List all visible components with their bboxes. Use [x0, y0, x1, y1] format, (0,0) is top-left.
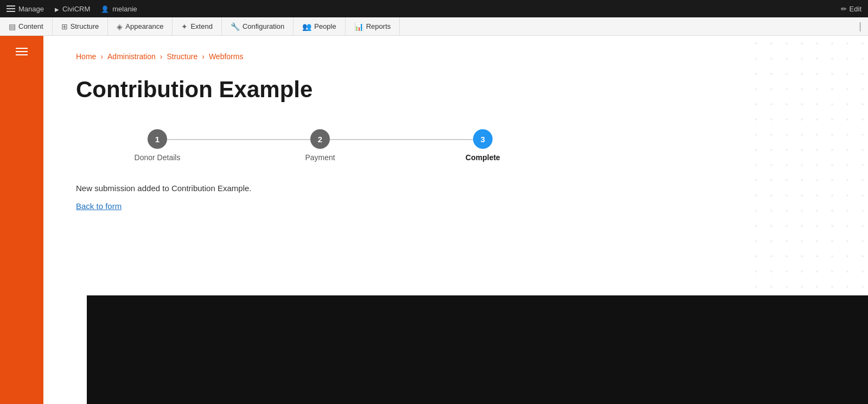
breadcrumb-administration[interactable]: Administration: [107, 52, 156, 61]
steps-container: 1 Donor Details 2 Payment 3 Complete: [76, 129, 564, 162]
user-account-icon: [101, 5, 109, 13]
nav-structure[interactable]: ⊞ Structure: [53, 17, 108, 35]
breadcrumb-home[interactable]: Home: [76, 52, 96, 61]
drupal-nav: ▤ Content ⊞ Structure ◈ Appearance ✦ Ext…: [0, 17, 868, 36]
back-to-form-link[interactable]: Back to form: [76, 201, 122, 211]
manage-label: Manage: [18, 5, 44, 13]
civicrm-menu[interactable]: CiviCRM: [55, 5, 90, 13]
admin-bar-left: Manage CiviCRM melanie: [7, 5, 137, 13]
step-1-circle: 1: [148, 129, 167, 149]
structure-icon: ⊞: [61, 22, 68, 31]
footer-black-area: [87, 295, 868, 404]
step-3: 3 Complete: [401, 129, 564, 162]
nav-extend-label: Extend: [190, 22, 212, 30]
nav-extend[interactable]: ✦ Extend: [173, 17, 221, 35]
nav-reports-label: Reports: [366, 22, 391, 30]
edit-button[interactable]: Edit: [841, 5, 861, 13]
step-1: 1 Donor Details: [76, 129, 239, 162]
nav-people-label: People: [314, 22, 336, 30]
nav-content-label: Content: [18, 22, 43, 30]
hamburger-icon: [7, 5, 15, 12]
user-menu[interactable]: melanie: [101, 5, 137, 13]
step-3-label: Complete: [465, 153, 500, 162]
nav-structure-label: Structure: [71, 22, 99, 30]
sidebar-toggle[interactable]: [10, 42, 33, 61]
step-2-label: Payment: [305, 153, 335, 162]
breadcrumb-sep-2: ›: [160, 52, 163, 61]
nav-reports[interactable]: 📊 Reports: [346, 17, 400, 35]
nav-appearance-label: Appearance: [125, 22, 163, 30]
step-3-circle: 3: [473, 129, 493, 149]
appearance-icon: ◈: [117, 22, 123, 31]
step-1-number: 1: [155, 135, 159, 144]
pencil-icon: [841, 5, 847, 13]
main-layout: Home › Administration › Structure › Webf…: [0, 36, 868, 404]
content-area: Home › Administration › Structure › Webf…: [43, 36, 868, 404]
nav-people[interactable]: 👥 People: [293, 17, 345, 35]
manage-menu[interactable]: Manage: [7, 5, 44, 13]
page-title: Contribution Example: [76, 77, 835, 102]
nav-content[interactable]: ▤ Content: [0, 17, 53, 35]
admin-bar: Manage CiviCRM melanie Edit: [0, 0, 868, 17]
breadcrumb: Home › Administration › Structure › Webf…: [76, 52, 835, 61]
nav-appearance[interactable]: ◈ Appearance: [108, 17, 173, 35]
user-label: melanie: [112, 5, 137, 13]
people-icon: 👥: [302, 22, 311, 31]
sidebar: [0, 36, 43, 404]
breadcrumb-webforms[interactable]: Webforms: [209, 52, 244, 61]
submission-message: New submission added to Contribution Exa…: [76, 184, 835, 193]
breadcrumb-sep-1: ›: [100, 52, 103, 61]
step-2-circle: 2: [310, 129, 330, 149]
step-2-number: 2: [318, 135, 322, 144]
step-1-label: Donor Details: [135, 153, 181, 162]
civicrm-label: CiviCRM: [62, 5, 90, 13]
breadcrumb-structure[interactable]: Structure: [167, 52, 197, 61]
nav-configuration[interactable]: 🔧 Configuration: [222, 17, 293, 35]
admin-bar-right: Edit: [841, 5, 861, 13]
edit-label: Edit: [850, 5, 861, 13]
configuration-icon: 🔧: [231, 22, 240, 31]
breadcrumb-sep-3: ›: [202, 52, 205, 61]
reports-icon: 📊: [354, 22, 363, 31]
extend-icon: ✦: [181, 22, 188, 31]
step-2: 2 Payment: [239, 129, 401, 162]
nav-separator: |: [852, 17, 868, 35]
civicrm-play-icon: [55, 5, 59, 13]
step-3-number: 3: [481, 135, 485, 144]
nav-configuration-label: Configuration: [242, 22, 284, 30]
content-icon: ▤: [9, 22, 16, 31]
